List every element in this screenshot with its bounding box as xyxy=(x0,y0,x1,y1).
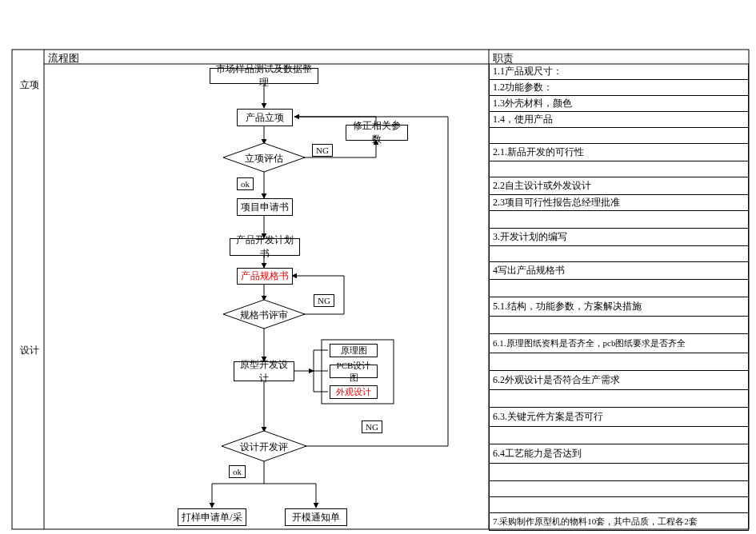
tag-ng-3: NG xyxy=(362,420,382,433)
duty-text: 2.3项目可行性报告总经理批准 xyxy=(493,196,620,209)
duty-row xyxy=(489,317,749,334)
duty-row xyxy=(489,246,749,262)
node-sample-request: 打样申请单/采 xyxy=(178,508,246,526)
header-flow: 流程图 xyxy=(48,51,79,66)
duty-text: 1.2功能参数： xyxy=(493,81,553,94)
decision-spec-review: 规格书评审 xyxy=(222,299,306,329)
duty-row: 6.2外观设计是否符合生产需求 xyxy=(489,371,749,390)
node-label: 产品开发计划书 xyxy=(234,233,296,261)
duty-row xyxy=(489,390,749,408)
tag-ok-1: ok xyxy=(237,177,254,190)
duty-text: 6.4工艺能力是否达到 xyxy=(493,447,582,460)
node-label: 修正相关参数 xyxy=(350,119,404,146)
duty-text: 7.采购制作原型机的物料10套，其中品质，工程各2套 xyxy=(493,516,698,528)
duty-row xyxy=(489,161,749,177)
duty-row: 7.采购制作原型机的物料10套，其中品质，工程各2套 xyxy=(489,513,749,531)
duty-row xyxy=(489,481,749,497)
node-project-application: 项目申请书 xyxy=(237,198,293,216)
duty-row: 1.4，使用产品 xyxy=(489,112,749,128)
node-label: 市场样品测试及数据整理 xyxy=(214,62,314,90)
duty-text: 3.开发计划的编写 xyxy=(493,230,567,244)
duty-row xyxy=(489,211,749,229)
tag-ng-1: NG xyxy=(312,144,333,157)
duty-row: 2.1.新品开发的可行性 xyxy=(489,144,749,161)
decision-initiation-eval: 立项评估 xyxy=(222,142,306,173)
tag-ok-2: ok xyxy=(229,465,246,478)
duty-row: 5.1.结构，功能参数，方案解决措施 xyxy=(489,297,749,317)
node-fix-parameters: 修正相关参数 xyxy=(346,125,408,141)
duty-text: 1.1产品观尺寸： xyxy=(493,65,562,78)
duty-row xyxy=(489,280,749,297)
duty-row xyxy=(489,464,749,481)
node-dev-plan: 产品开发计划书 xyxy=(230,238,300,256)
decision-design-review: 设计开发评 xyxy=(221,430,307,462)
node-product-initiation: 产品立项 xyxy=(237,109,293,126)
page: 流程图 职责 立项 设计 市场样品测试及数据整理 产品立项 修正相关参数 立项评… xyxy=(0,0,756,534)
node-mold-notice: 开模通知单 xyxy=(285,508,347,526)
duty-text: 2.2自主设计或外发设计 xyxy=(493,179,591,193)
duty-text: 6.3.关键元件方案是否可行 xyxy=(493,410,603,424)
node-label: 原型开发设计 xyxy=(238,358,290,385)
decision-label: 设计开发评 xyxy=(240,440,288,454)
node-label: 项目申请书 xyxy=(241,201,289,214)
duty-text: 2.1.新品开发的可行性 xyxy=(493,145,584,159)
node-pcb: PCB设计图 xyxy=(330,365,378,378)
node-label: 产品立项 xyxy=(246,111,284,125)
node-label: PCB设计图 xyxy=(334,360,374,384)
duty-text: 6.1.原理图纸资料是否齐全，pcb图纸要求是否齐全 xyxy=(493,337,686,349)
node-label: 外观设计 xyxy=(336,386,371,398)
duty-text: 6.2外观设计是否符合生产需求 xyxy=(493,373,620,387)
phase-2: 设计 xyxy=(20,344,39,357)
node-market-sample-test: 市场样品测试及数据整理 xyxy=(210,68,318,84)
duty-row: 2.3项目可行性报告总经理批准 xyxy=(489,195,749,211)
node-schematic: 原理图 xyxy=(330,344,378,357)
phase-1: 立项 xyxy=(20,78,39,92)
tag-ng-2: NG xyxy=(314,294,334,307)
duty-row xyxy=(489,128,749,144)
node-label: 开模通知单 xyxy=(292,511,340,524)
duty-text: 5.1.结构，功能参数，方案解决措施 xyxy=(493,300,642,313)
duty-row xyxy=(489,353,749,371)
duty-row: 6.1.原理图纸资料是否齐全，pcb图纸要求是否齐全 xyxy=(489,334,749,353)
decision-label: 立项评估 xyxy=(245,152,283,165)
decision-label: 规格书评审 xyxy=(240,309,288,322)
duty-row: 1.3外壳材料，颜色 xyxy=(489,96,749,112)
node-label: 打样申请单/采 xyxy=(182,511,242,524)
node-appearance-design: 外观设计 xyxy=(330,385,378,399)
duty-row: 4写出产品规格书 xyxy=(489,262,749,280)
duty-row: 1.2功能参数： xyxy=(489,80,749,96)
duties-column: 1.1产品观尺寸： 1.2功能参数： 1.3外壳材料，颜色 1.4，使用产品 2… xyxy=(489,64,749,531)
duty-row xyxy=(489,497,749,513)
duty-row: 2.2自主设计或外发设计 xyxy=(489,177,749,195)
duty-row: 3.开发计划的编写 xyxy=(489,229,749,246)
node-label: 原理图 xyxy=(341,345,367,357)
duty-row: 6.3.关键元件方案是否可行 xyxy=(489,408,749,427)
node-prototype-design: 原型开发设计 xyxy=(234,361,294,381)
node-product-spec: 产品规格书 xyxy=(237,268,293,285)
duty-text: 1.4，使用产品 xyxy=(493,113,553,126)
duty-text: 4写出产品规格书 xyxy=(493,264,565,277)
node-label: 产品规格书 xyxy=(241,269,289,283)
duty-row xyxy=(489,427,749,444)
duty-row: 6.4工艺能力是否达到 xyxy=(489,444,749,464)
duty-text: 1.3外壳材料，颜色 xyxy=(493,97,572,110)
duty-row: 1.1产品观尺寸： xyxy=(489,64,749,80)
